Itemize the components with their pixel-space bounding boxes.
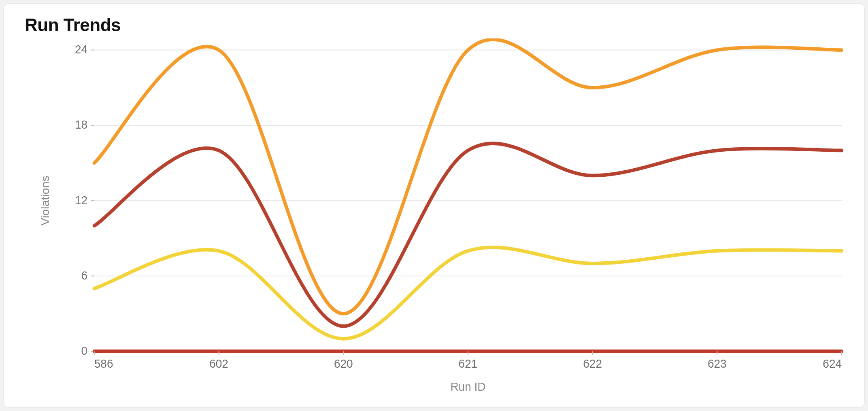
card-title: Run Trends (25, 15, 853, 35)
y-tick-label: 24 (75, 43, 87, 56)
series-minor (94, 247, 842, 339)
y-tick-label: 0 (81, 344, 87, 357)
x-tick-label: 623 (708, 357, 727, 370)
x-tick-label: 621 (459, 357, 478, 370)
series-moderate (94, 144, 842, 326)
run-trends-chart: 06121824586602620621622623624Run IDViola… (15, 38, 853, 398)
run-trends-card: Run Trends 06121824586602620621622623624… (3, 3, 865, 408)
x-tick-label: 620 (334, 357, 353, 370)
y-tick-label: 18 (75, 118, 87, 131)
x-tick-label: 602 (209, 357, 228, 370)
x-tick-label: 622 (583, 357, 602, 370)
x-tick-label: 586 (94, 357, 113, 370)
chart-area: 06121824586602620621622623624Run IDViola… (15, 38, 853, 398)
y-axis-label: Violations (38, 176, 51, 226)
series-serious (94, 40, 842, 314)
y-tick-label: 6 (81, 269, 87, 282)
x-tick-label: 624 (823, 357, 842, 370)
y-tick-label: 12 (75, 193, 87, 206)
x-axis-label: Run ID (450, 380, 485, 393)
